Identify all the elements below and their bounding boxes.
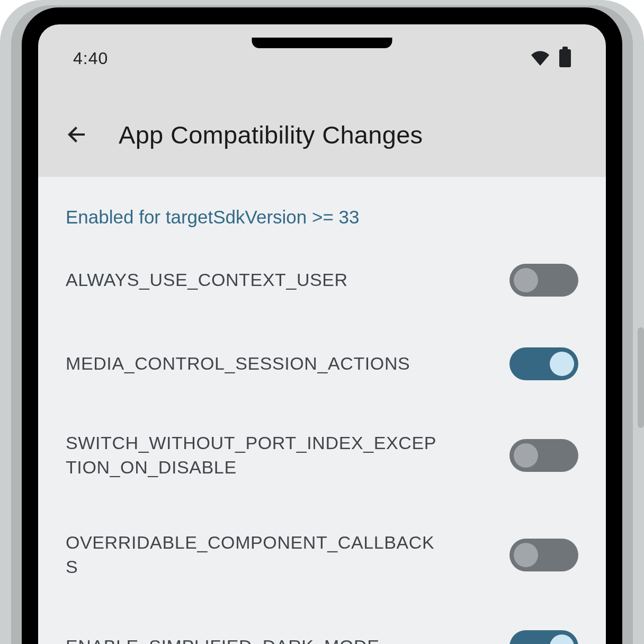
device-notch — [252, 38, 392, 48]
device-screen: 4:40 App Compatibility Changes Enabled f… — [38, 24, 606, 644]
arrow-back-icon — [65, 122, 90, 147]
list-item[interactable]: MEDIA_CONTROL_SESSION_ACTIONS — [38, 322, 606, 406]
battery-icon — [559, 49, 571, 67]
list-item-label: ENABLE_SIMPLIFIED_DARK_MODE — [66, 634, 380, 644]
wifi-icon — [531, 51, 550, 66]
back-button[interactable] — [54, 111, 101, 158]
content-area[interactable]: Enabled for targetSdkVersion >= 33 ALWAY… — [38, 177, 606, 644]
app-header: App Compatibility Changes — [38, 92, 606, 177]
list-item[interactable]: SWITCH_WITHOUT_PORT_INDEX_EXCEPTION_ON_D… — [38, 406, 606, 505]
list-item-label: MEDIA_CONTROL_SESSION_ACTIONS — [66, 352, 410, 376]
page-title: App Compatibility Changes — [119, 120, 423, 149]
toggle-switch[interactable] — [509, 347, 578, 380]
toggle-switch[interactable] — [509, 264, 578, 297]
device-side-button-inner — [638, 327, 644, 428]
list-item[interactable]: ALWAYS_USE_CONTEXT_USER — [38, 238, 606, 322]
status-time: 4:40 — [73, 49, 108, 68]
list-item[interactable]: ENABLE_SIMPLIFIED_DARK_MODE — [38, 605, 606, 644]
list-item-label: SWITCH_WITHOUT_PORT_INDEX_EXCEPTION_ON_D… — [66, 431, 436, 480]
section-header: Enabled for targetSdkVersion >= 33 — [38, 207, 606, 238]
list-item[interactable]: OVERRIDABLE_COMPONENT_CALLBACKS — [38, 505, 606, 605]
toggle-switch[interactable] — [509, 630, 578, 644]
list-item-label: ALWAYS_USE_CONTEXT_USER — [66, 268, 348, 292]
toggle-switch[interactable] — [509, 439, 578, 472]
status-bar: 4:40 — [38, 24, 606, 92]
toggle-switch[interactable] — [509, 539, 578, 571]
device-outer-frame: 4:40 App Compatibility Changes Enabled f… — [0, 0, 644, 644]
list-item-label: OVERRIDABLE_COMPONENT_CALLBACKS — [66, 531, 436, 579]
status-icons — [531, 49, 571, 67]
